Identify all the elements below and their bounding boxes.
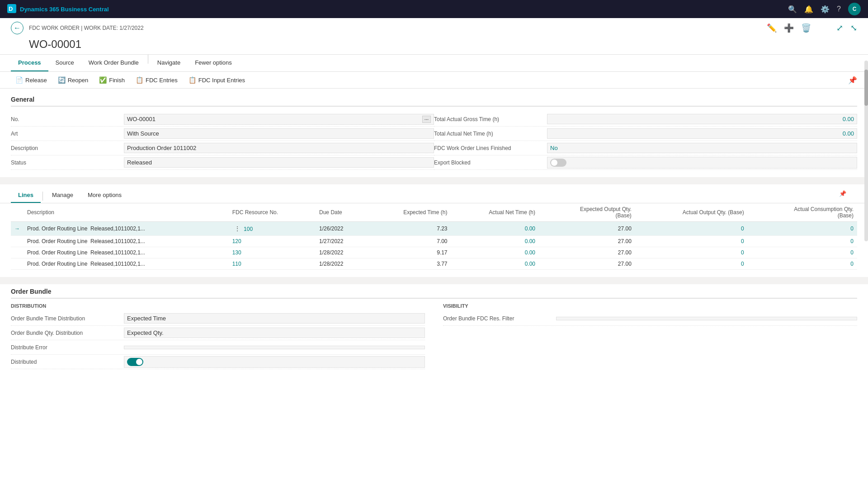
scrollbar[interactable] [864, 61, 868, 241]
add-icon[interactable]: ➕ [784, 23, 794, 33]
bundle-fdc-filter-value[interactable] [556, 317, 857, 320]
pin-icon[interactable]: 📌 [848, 76, 857, 84]
sub-tab-lines[interactable]: Lines [11, 188, 41, 203]
status-row: Status Released [11, 155, 434, 170]
row-expected-time: 7.23 [367, 222, 451, 236]
no-row: No. WO-00001 ··· [11, 112, 434, 127]
bundle-qty-dist-label: Order Bundle Qty. Distribution [11, 328, 124, 338]
row-fdc-resource-value[interactable]: 120 [232, 238, 241, 244]
sub-tabs-bar: Lines Manage More options 📌 [0, 184, 868, 203]
distribution-label: DISTRIBUTION [11, 303, 425, 309]
general-right-col: Total Actual Gross Time (h) 0.00 Total A… [434, 112, 857, 170]
tab-work-order-bundle[interactable]: Work Order Bundle [81, 55, 146, 71]
avatar[interactable]: C [848, 3, 861, 15]
export-blocked-value[interactable] [547, 157, 857, 169]
tab-navigate[interactable]: Navigate [150, 55, 188, 71]
sub-tab-more-options[interactable]: More options [80, 188, 129, 203]
art-value[interactable]: With Source [124, 128, 434, 139]
table-row[interactable]: Prod. Order Routing Line Released,101100… [11, 258, 857, 270]
order-bundle-section: Order Bundle DISTRIBUTION Order Bundle T… [0, 284, 868, 376]
tab-separator [148, 55, 148, 64]
nav-right: 🔍 🔔 ⚙️ ? C [788, 3, 861, 15]
divider-2 [0, 277, 868, 284]
row-fdc-resource-value[interactable]: 110 [232, 261, 241, 267]
action-buttons-left: 📄 Release 🔄 Reopen ✅ Finish 📋 FDC Entrie… [11, 75, 250, 85]
tabs-left: Process Source Work Order Bundle Navigat… [11, 55, 239, 71]
settings-icon[interactable]: ⚙️ [821, 5, 830, 14]
back-button[interactable]: ← [11, 22, 24, 34]
page-title: WO-00001 [11, 36, 857, 54]
distributed-value[interactable] [124, 356, 425, 368]
col-header-actual-output[interactable]: Actual Output Qty. (Base) [635, 203, 748, 222]
row-actual-output: 0 [635, 247, 748, 258]
row-kebab-btn[interactable]: ⋮ [232, 224, 242, 233]
bundle-grid: DISTRIBUTION Order Bundle Time Distribut… [11, 303, 857, 369]
col-header-expected-output[interactable]: Expected Output Qty.(Base) [539, 203, 635, 222]
col-header-fdc-resource[interactable]: FDC Resource No. [229, 203, 316, 222]
row-actual-net-time: 0.00 [451, 236, 539, 247]
search-icon[interactable]: 🔍 [788, 5, 797, 14]
release-button[interactable]: 📄 Release [11, 75, 52, 85]
sub-tab-manage[interactable]: Manage [45, 188, 80, 203]
reopen-icon: 🔄 [58, 76, 66, 84]
fdc-entries-label: FDC Entries [146, 77, 178, 84]
fdc-entries-button[interactable]: 📋 FDC Entries [131, 75, 182, 85]
header-toolbar: ✏️ ➕ 🗑️ ⤢ ⤡ [767, 23, 857, 33]
action-bar: 📄 Release 🔄 Reopen ✅ Finish 📋 FDC Entrie… [0, 72, 868, 89]
general-form-grid: No. WO-00001 ··· Art With Source Descrip… [11, 112, 857, 170]
tab-fewer-options[interactable]: Fewer options [188, 55, 239, 71]
row-expected-time: 9.17 [367, 247, 451, 258]
tab-source[interactable]: Source [48, 55, 81, 71]
col-header-actual-consumption[interactable]: Actual Consumption Qty.(Base) [748, 203, 857, 222]
help-icon[interactable]: ? [837, 5, 841, 13]
col-header-actual-net-time[interactable]: Actual Net Time (h) [451, 203, 539, 222]
col-header-due-date[interactable]: Due Date [316, 203, 367, 222]
collapse-icon[interactable]: ⤡ [850, 23, 857, 33]
scrollbar-thumb[interactable] [864, 70, 868, 106]
distribute-error-value[interactable] [124, 346, 425, 349]
delete-icon[interactable]: 🗑️ [801, 23, 811, 33]
art-label: Art [11, 129, 124, 139]
bundle-time-dist-value[interactable]: Expected Time [124, 313, 425, 324]
no-ellipsis-btn[interactable]: ··· [422, 116, 431, 123]
open-new-icon[interactable]: ⤢ [836, 23, 843, 33]
row-actual-consumption: 0 [748, 258, 857, 270]
distributed-toggle[interactable] [127, 358, 143, 366]
col-header-expected-time[interactable]: Expected Time (h) [367, 203, 451, 222]
fdc-lines-finished-value[interactable]: No [547, 143, 857, 153]
row-due-date: 1/28/2022 [316, 258, 367, 270]
reopen-button[interactable]: 🔄 Reopen [53, 75, 93, 85]
row-fdc-resource-value[interactable]: 130 [232, 249, 241, 256]
row-description: Prod. Order Routing Line Released,101100… [24, 258, 229, 270]
col-header-description[interactable]: Description [24, 203, 229, 222]
row-actual-net-time: 0.00 [451, 258, 539, 270]
row-expected-output: 27.00 [539, 236, 635, 247]
row-fdc-resource-value[interactable]: 100 [244, 226, 253, 232]
export-blocked-toggle[interactable] [550, 159, 566, 167]
table-row[interactable]: → Prod. Order Routing Line Released,1011… [11, 222, 857, 236]
status-value[interactable]: Released [124, 157, 434, 168]
bundle-time-dist-row: Order Bundle Time Distribution Expected … [11, 311, 425, 326]
bundle-qty-dist-value[interactable]: Expected Qty. [124, 328, 425, 338]
description-value[interactable]: Production Order 1011002 [124, 143, 434, 153]
distribute-error-label: Distribute Error [11, 343, 124, 352]
fdc-input-entries-icon: 📋 [189, 76, 196, 84]
top-navigation: D Dynamics 365 Business Central 🔍 🔔 ⚙️ ?… [0, 0, 868, 18]
total-gross-time-value[interactable]: 0.00 [547, 114, 857, 124]
fdc-input-entries-button[interactable]: 📋 FDC Input Entries [184, 75, 250, 85]
finish-button[interactable]: ✅ Finish [94, 75, 129, 85]
tab-process[interactable]: Process [11, 55, 48, 71]
table-row[interactable]: Prod. Order Routing Line Released,101100… [11, 247, 857, 258]
sub-tab-pin-icon[interactable]: 📌 [839, 190, 857, 201]
general-section-title: General [11, 96, 857, 107]
visibility-col: VISIBILITY Order Bundle FDC Res. Filter [443, 303, 857, 369]
distributed-label: Distributed [11, 357, 124, 367]
order-bundle-title: Order Bundle [11, 288, 857, 299]
row-expected-time: 3.77 [367, 258, 451, 270]
edit-icon[interactable]: ✏️ [767, 23, 777, 33]
notification-icon[interactable]: 🔔 [804, 5, 813, 14]
table-header: Description FDC Resource No. Due Date Ex… [11, 203, 857, 222]
table-row[interactable]: Prod. Order Routing Line Released,101100… [11, 236, 857, 247]
no-value[interactable]: WO-00001 ··· [124, 114, 434, 125]
total-net-time-value[interactable]: 0.00 [547, 128, 857, 139]
